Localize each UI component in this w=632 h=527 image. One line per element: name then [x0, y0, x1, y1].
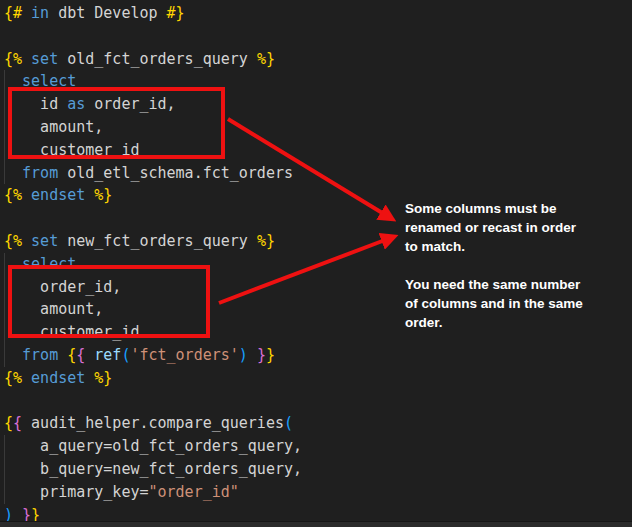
highlight-box-old-columns — [8, 87, 225, 159]
code-line: {% endset %} — [4, 367, 632, 390]
dbt-develop-editor-screenshot: {# in dbt Develop #} {% set old_fct_orde… — [0, 0, 632, 527]
code-line: {# in dbt Develop #} — [4, 2, 632, 25]
code-line: b_query=new_fct_orders_query, — [4, 458, 632, 481]
code-line: a_query=old_fct_orders_query, — [4, 435, 632, 458]
code-line — [4, 25, 632, 48]
note-paragraph-2: You need the same number of columns and … — [405, 275, 625, 332]
annotation-note: Some columns must be renamed or recast i… — [405, 180, 625, 351]
note-paragraph-1: Some columns must be renamed or recast i… — [405, 199, 625, 256]
code-line: {% set old_fct_orders_query %} — [4, 48, 632, 71]
editor-bottom-strip — [0, 521, 632, 527]
code-line: {{ audit_helper.compare_queries( — [4, 412, 632, 435]
code-line — [4, 390, 632, 413]
highlight-box-new-columns — [8, 265, 210, 338]
code-line: primary_key="order_id" — [4, 481, 632, 504]
